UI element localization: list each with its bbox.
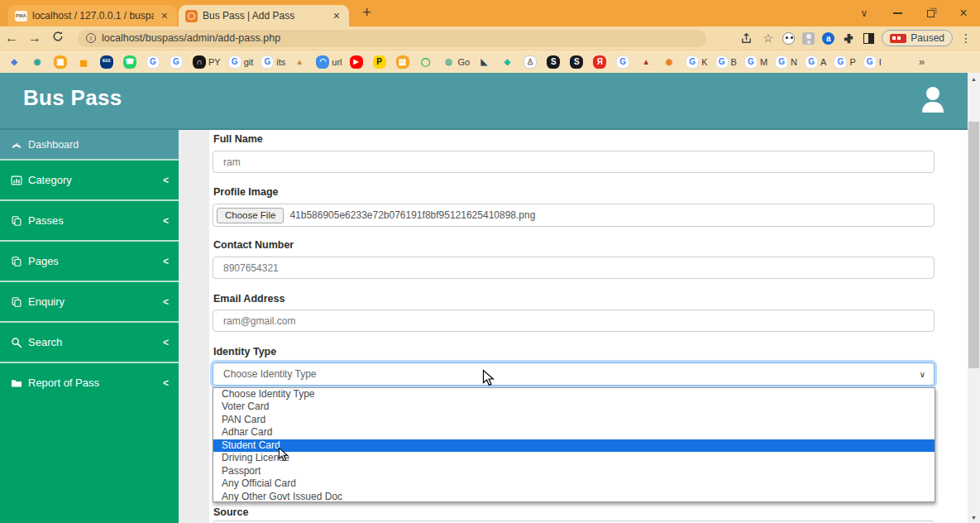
sidebar-item-category[interactable]: Category <	[0, 159, 179, 199]
scrollbar-thumb[interactable]	[968, 122, 979, 368]
site-info-icon[interactable]: i	[86, 33, 96, 43]
user-avatar-icon[interactable]	[916, 83, 949, 119]
bookmark-favicon: IEEE	[100, 55, 113, 69]
scroll-down-icon[interactable]: ▼	[968, 511, 980, 523]
tab-bus-pass[interactable]: Bus Pass | Add Pass ×	[179, 5, 349, 26]
bookmark-item[interactable]: ▲	[293, 55, 308, 69]
url-text: localhost/buspass/admin/add-pass.php	[102, 32, 280, 44]
bookmark-item[interactable]: ◎ Go	[442, 55, 471, 69]
profile-image-file-input[interactable]: Choose File 41b586905e6233e72b076191f8bf…	[213, 204, 935, 227]
email-address-input[interactable]	[213, 309, 935, 332]
chevron-down-icon: ∨	[920, 370, 925, 379]
back-icon[interactable]: ←	[0, 31, 23, 46]
bookmark-item[interactable]: ◈	[500, 55, 516, 69]
bookmark-item[interactable]: G P	[834, 55, 855, 69]
bookmark-label: PY	[208, 57, 221, 67]
dropdown-option-label: PAN Card	[222, 414, 265, 425]
chevron-left-icon: <	[163, 377, 169, 389]
browser-menu-icon[interactable]: ⋮	[960, 31, 972, 45]
bookmark-favicon: ▲	[293, 55, 306, 69]
bookmark-item[interactable]: ▤	[396, 55, 412, 69]
bookmark-item[interactable]: ◉	[31, 55, 46, 69]
dropdown-option[interactable]: Adhar Card	[213, 426, 935, 439]
bookmark-favicon: ◆	[7, 55, 21, 69]
minimize-window-icon[interactable]	[885, 0, 910, 26]
tab-close-icon[interactable]: ×	[159, 10, 170, 22]
forward-icon[interactable]: →	[23, 31, 46, 46]
bookmark-item[interactable]: ◯	[419, 55, 435, 69]
reload-icon-svg	[52, 31, 64, 42]
bookmark-item[interactable]: ▲	[639, 55, 655, 69]
sidebar-item-dashboard[interactable]: Dashboard	[0, 130, 179, 159]
bookmark-item[interactable]: ☎	[123, 55, 139, 69]
panda-extension-icon[interactable]	[782, 32, 795, 45]
bookmark-item[interactable]: IEEE	[100, 55, 116, 69]
theme-extension-icon[interactable]	[863, 33, 874, 44]
tab-search-icon[interactable]: ∨	[852, 0, 877, 26]
close-window-icon[interactable]: ×	[951, 0, 976, 26]
person-extension-icon[interactable]	[802, 32, 815, 45]
bookmark-item[interactable]: ▣	[54, 55, 69, 69]
bookmark-item[interactable]: ◆	[7, 55, 23, 69]
sidebar-item-passes[interactable]: Passes <	[0, 199, 179, 240]
chevron-left-icon: <	[163, 175, 169, 186]
bookmark-item[interactable]: G A	[805, 55, 826, 69]
dropdown-option[interactable]: Any Official Card	[213, 477, 935, 490]
page-scrollbar[interactable]: ▲ ▼	[968, 73, 980, 523]
restore-window-icon[interactable]	[918, 0, 943, 26]
reload-icon[interactable]	[46, 31, 69, 46]
bookmark-item[interactable]: ◠ url	[316, 55, 342, 69]
tab-phpmyadmin[interactable]: PMA localhost / 127.0.0.1 / buspass / t …	[8, 5, 177, 26]
dropdown-option[interactable]: Student Card	[213, 439, 935, 452]
bookmark-item[interactable]: ◉	[662, 55, 678, 69]
bookmark-item[interactable]: G M	[744, 55, 767, 69]
dropdown-option[interactable]: Passport	[213, 465, 935, 477]
bookmark-item[interactable]: ♙	[523, 55, 539, 69]
contact-number-input[interactable]	[213, 257, 935, 279]
source-label: Source	[213, 506, 248, 518]
bookmark-item[interactable]: G	[616, 55, 632, 69]
bookmark-item[interactable]: G git	[228, 55, 254, 69]
dropdown-option[interactable]: Choose Identity Type	[213, 388, 935, 401]
dropdown-option[interactable]: Driving License	[213, 452, 935, 464]
address-bar[interactable]: i localhost/buspass/admin/add-pass.php	[78, 30, 706, 47]
bookmark-star-icon[interactable]: ☆	[761, 31, 775, 46]
bookmark-item[interactable]: ◣	[477, 55, 493, 69]
bookmark-item[interactable]: G its	[261, 55, 285, 69]
bookmarks-overflow-icon[interactable]: »	[919, 50, 925, 73]
sidebar-item-pages[interactable]: Pages <	[0, 240, 179, 281]
scroll-up-icon[interactable]: ▲	[968, 73, 980, 84]
bookmark-item[interactable]: ▅	[77, 55, 93, 69]
bookmark-item[interactable]: S	[547, 55, 562, 69]
sidebar-item-enquiry[interactable]: Enquiry <	[0, 281, 179, 321]
bookmark-item[interactable]: G I	[863, 55, 882, 69]
sidebar-item-report-of-pass[interactable]: Report of Pass <	[0, 362, 179, 402]
tab-close-icon[interactable]: ×	[331, 10, 342, 22]
bookmark-item[interactable]: G N	[775, 55, 797, 69]
bookmark-item[interactable]: P	[373, 55, 389, 69]
dropdown-option[interactable]: Voter Card	[213, 401, 935, 413]
paused-label: Paused	[911, 32, 944, 44]
bookmark-favicon: ∩	[193, 55, 206, 69]
dropdown-option[interactable]: PAN Card	[213, 414, 935, 426]
bookmark-favicon: ◈	[500, 55, 514, 69]
recorder-paused-badge[interactable]: Paused	[882, 30, 953, 46]
share-icon[interactable]	[739, 31, 753, 46]
bookmark-item[interactable]: G	[146, 55, 162, 69]
a-extension-icon[interactable]: a	[822, 32, 834, 45]
sidebar-item-search[interactable]: Search <	[0, 321, 179, 362]
extensions-puzzle-icon[interactable]	[842, 31, 856, 46]
bookmark-item[interactable]: Я	[593, 55, 609, 69]
bookmark-item[interactable]: G K	[686, 55, 707, 69]
bookmark-item[interactable]: G	[170, 55, 185, 69]
bookmark-item[interactable]: ▶	[350, 55, 366, 69]
bookmark-item[interactable]: G B	[715, 55, 737, 69]
bookmark-item[interactable]: S	[570, 55, 586, 69]
bookmark-item[interactable]: ∩ PY	[193, 55, 221, 69]
identity-type-select[interactable]: Choose Identity Type ∨	[213, 362, 935, 386]
choose-file-button[interactable]: Choose File	[217, 208, 284, 223]
dropdown-option[interactable]: Any Other Govt Issued Doc	[213, 491, 935, 503]
full-name-input[interactable]	[213, 151, 935, 173]
screen: PMA localhost / 127.0.0.1 / buspass / t …	[0, 0, 980, 523]
new-tab-button[interactable]: +	[362, 3, 371, 22]
